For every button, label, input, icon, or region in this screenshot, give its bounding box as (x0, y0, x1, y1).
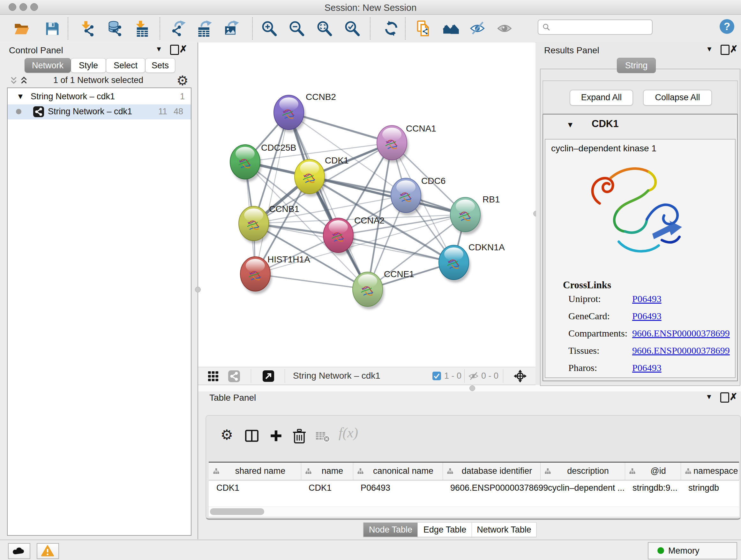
network-row-selected[interactable]: String Network – cdk1 11 48 (8, 105, 191, 119)
main-toolbar: ? (0, 15, 741, 43)
hierarchy-icon (306, 468, 312, 476)
table-header-row: shared namenamecanonical namedatabase id… (209, 462, 739, 481)
help-button[interactable]: ? (720, 19, 734, 34)
warning-button[interactable] (37, 543, 59, 559)
title-bar: Session: New Session (0, 0, 741, 15)
network-status-dot (16, 109, 21, 114)
zoom-selected-icon[interactable] (344, 20, 360, 38)
string-network-badge-icon[interactable] (228, 370, 240, 383)
network-edge[interactable] (255, 274, 367, 289)
zoom-in-icon[interactable] (261, 20, 278, 38)
network-node-ccne1[interactable]: CCNE1 (353, 269, 414, 309)
delete-column-trash-icon[interactable] (292, 428, 307, 445)
memory-button[interactable]: Memory (648, 542, 737, 559)
column-header-database-identifier[interactable]: database identifier (443, 462, 541, 480)
tab-network-table[interactable]: Network Table (472, 522, 536, 537)
network-graph[interactable]: CCNB2 CCNA1 CDC25B CDK1 CDC6 RB1 CCNB1 (198, 43, 536, 367)
splitter-handle[interactable] (469, 385, 475, 391)
hierarchy-icon (447, 468, 453, 476)
search-input[interactable] (538, 19, 653, 35)
column-header-description[interactable]: description (540, 462, 625, 480)
collapse-all-button[interactable]: Collapse All (643, 90, 712, 106)
network-collection-row[interactable]: ▼ String Network – cdk1 1 (8, 89, 191, 105)
network-options-gear-icon[interactable]: ⚙ (177, 73, 189, 88)
crosslink-value[interactable]: 9606.ENSP00000378699 (632, 328, 730, 339)
zoom-fit-content-icon[interactable] (316, 20, 333, 38)
table-row[interactable]: CDK1CDK1P064939606.ENSP00000378699cyclin… (209, 481, 739, 496)
column-header-canonical-name[interactable]: canonical name (353, 462, 443, 480)
network-view-canvas[interactable]: CCNB2 CCNA1 CDC25B CDK1 CDC6 RB1 CCNB1 (198, 43, 536, 367)
protein-collapse-icon[interactable]: ▼ (566, 120, 574, 129)
network-node-hist1h1a[interactable]: HIST1H1A (240, 254, 310, 294)
crosslink-value[interactable]: P06493 (632, 294, 662, 304)
collapse-all-networks-icon[interactable] (10, 76, 18, 86)
horizontal-splitter[interactable] (198, 385, 741, 391)
fit-selected-crosshair-icon[interactable] (514, 369, 527, 384)
network-node-ccnb1[interactable]: CCNB1 (239, 204, 299, 244)
network-node-cdk1[interactable]: CDK1 (294, 155, 349, 197)
tab-node-table[interactable]: Node Table (363, 522, 418, 537)
network-node-rb1[interactable]: RB1 (450, 194, 500, 235)
window-title: Session: New Session (0, 3, 741, 13)
table-scrollbar[interactable] (209, 507, 739, 516)
tab-sets[interactable]: Sets (145, 58, 175, 73)
tab-select[interactable]: Select (106, 58, 145, 73)
column-header--id[interactable]: @id (625, 462, 681, 480)
show-hide-birds-eye-view-icon[interactable] (443, 20, 460, 38)
show-hide-graphics-details-icon[interactable] (469, 20, 486, 38)
table-panel-float-icon[interactable]: ▼ (705, 393, 713, 401)
network-node-cdc6[interactable]: CDC6 (391, 176, 446, 215)
crosslink-value[interactable]: P06493 (632, 362, 662, 373)
collection-expand-icon[interactable]: ▼ (17, 92, 24, 101)
network-node-ccnb2[interactable]: CCNB2 (274, 92, 336, 132)
tab-edge-table[interactable]: Edge Table (417, 522, 472, 537)
table-panel-title: Table Panel (209, 393, 256, 403)
refresh-view-icon[interactable] (383, 20, 400, 38)
tab-network[interactable]: Network (24, 58, 71, 73)
expand-all-button[interactable]: Expand All (569, 90, 633, 106)
column-header-shared-name[interactable]: shared name (209, 462, 301, 480)
results-panel-maximize-icon[interactable] (721, 45, 730, 55)
left-splitter-handle[interactable] (195, 287, 201, 293)
control-panel-close-icon[interactable]: ✗ (179, 44, 187, 55)
network-node-ccna2[interactable]: CCNA2 (323, 215, 385, 255)
table-gear-icon[interactable]: ⚙ (220, 427, 233, 443)
import-network-from-file-icon[interactable] (79, 20, 96, 38)
network-label: String Network – cdk1 (48, 107, 132, 117)
control-panel-float-icon[interactable]: ▼ (155, 45, 162, 53)
crosslink-row: Tissues:9606.ENSP00000378699 (568, 345, 728, 362)
open-session-icon[interactable] (13, 20, 30, 38)
column-header-namespace[interactable]: namespace (681, 462, 739, 480)
table-columns-icon[interactable] (245, 428, 259, 444)
clone-network-icon[interactable] (415, 20, 432, 38)
control-panel-maximize-icon[interactable] (170, 45, 179, 55)
cloud-button[interactable] (8, 543, 30, 559)
grid-view-icon[interactable] (208, 371, 219, 383)
export-table-icon[interactable] (197, 20, 213, 38)
open-in-new-window-icon[interactable] (263, 370, 274, 383)
network-edge[interactable] (338, 235, 454, 262)
tab-style[interactable]: Style (71, 58, 106, 73)
table-panel-close-icon[interactable]: ✗ (730, 391, 738, 402)
column-header-name[interactable]: name (301, 462, 353, 480)
export-network-icon[interactable] (171, 20, 187, 38)
crosslink-value[interactable]: P06493 (632, 311, 662, 321)
network-node-cdkn1a[interactable]: CDKN1A (439, 242, 505, 283)
export-image-icon[interactable] (224, 20, 240, 38)
table-scrollbar-thumb[interactable] (210, 508, 264, 515)
tab-string[interactable]: String (617, 58, 656, 73)
save-session-icon[interactable] (44, 20, 61, 38)
protein-section: ▼ CDK1 cyclin–dependent kinase 1 CrossL (542, 114, 738, 381)
expand-all-networks-icon[interactable] (20, 76, 28, 86)
import-network-from-database-icon[interactable] (107, 20, 123, 38)
toggle-visibility-icon[interactable] (496, 20, 513, 38)
add-column-icon[interactable] (269, 428, 283, 444)
crosslink-row: Uniprot:P06493 (568, 294, 728, 311)
results-panel-float-icon[interactable]: ▼ (706, 45, 713, 53)
selected-checkbox-icon[interactable] (432, 372, 441, 380)
zoom-out-icon[interactable] (288, 20, 305, 38)
results-panel-close-icon[interactable]: ✗ (730, 44, 738, 55)
table-panel-maximize-icon[interactable] (720, 392, 729, 402)
import-table-from-file-icon[interactable] (134, 20, 150, 38)
crosslink-value[interactable]: 9606.ENSP00000378699 (632, 345, 730, 356)
